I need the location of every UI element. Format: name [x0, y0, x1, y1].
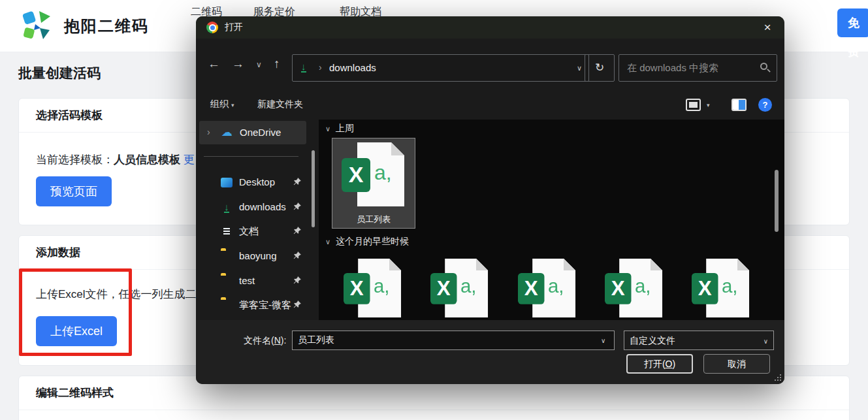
sidebar-item-zhangkebao[interactable]: 掌客宝-微客: [196, 295, 310, 315]
dialog-footer: 文件名(N): ∨ 自定义文件 ∨ 打开(O) 取消: [196, 320, 784, 384]
close-icon[interactable]: ×: [758, 19, 777, 36]
search-placeholder: 在 downloads 中搜索: [627, 62, 718, 74]
onedrive-cloud-icon: ☁: [221, 125, 233, 139]
group-header-earlier-this-month[interactable]: ∨这个月的早些时候: [325, 236, 409, 248]
brand-logo-icon: [20, 8, 54, 42]
search-input[interactable]: 在 downloads 中搜索: [619, 54, 777, 82]
sidebar-item-downloads[interactable]: ↓ downloads: [196, 197, 310, 217]
file-tile[interactable]: X a, 激活码列表: [593, 255, 677, 320]
file-list-scrollbar[interactable]: [775, 170, 779, 232]
collapse-chevron-icon: ∨: [325, 238, 330, 246]
sidebar-item-label: 文档: [239, 225, 259, 238]
dialog-sidebar: › ☁ OneDrive Desktop ↓ downloads 文档: [196, 120, 319, 320]
preview-page-button[interactable]: 预览页面: [36, 176, 112, 206]
view-mode-icon[interactable]: [686, 99, 701, 111]
pin-icon: [293, 202, 302, 211]
filename-input[interactable]: [292, 331, 615, 350]
expand-chevron-icon[interactable]: ›: [207, 127, 210, 137]
filename-label: 文件名(N):: [244, 335, 286, 347]
sidebar-item-test[interactable]: test: [196, 271, 310, 291]
sidebar-item-baoyung[interactable]: baoyung: [196, 246, 310, 266]
file-tile-selected[interactable]: X a, 员工列表: [332, 138, 415, 229]
dialog-content: › ☁ OneDrive Desktop ↓ downloads 文档: [196, 120, 784, 320]
back-icon[interactable]: ←: [208, 57, 220, 71]
sidebar-divider: [204, 156, 298, 157]
dialog-toolbar: 组织 ▾ 新建文件夹 ▾ ?: [196, 93, 784, 120]
group-label: 这个月的早些时候: [336, 236, 409, 246]
pin-icon: [293, 226, 302, 235]
downloads-location-icon: ↓: [301, 62, 306, 73]
file-tile[interactable]: X a, 激活码列表: [419, 255, 502, 320]
pin-icon: [293, 251, 302, 260]
help-button[interactable]: ?: [758, 98, 772, 112]
sidebar-item-onedrive[interactable]: › ☁ OneDrive: [199, 121, 306, 144]
new-folder-button[interactable]: 新建文件夹: [257, 99, 303, 110]
forward-icon[interactable]: →: [232, 57, 244, 71]
cancel-button[interactable]: 取消: [703, 354, 770, 374]
excel-file-icon: X a,: [342, 141, 407, 212]
excel-file-icon: X a,: [692, 257, 752, 320]
organize-caret-icon: ▾: [231, 102, 234, 108]
sidebar-item-label: downloads: [239, 201, 286, 212]
sidebar-item-desktop[interactable]: Desktop: [196, 172, 310, 192]
refresh-icon: ↻: [595, 61, 604, 74]
file-tile[interactable]: X a, b1725590037: [680, 255, 764, 320]
sidebar-item-label: 掌客宝-微客: [239, 299, 291, 312]
breadcrumb-location[interactable]: downloads: [329, 62, 376, 73]
refresh-button[interactable]: ↻: [585, 54, 615, 82]
file-tile[interactable]: X a, 激活码列表: [332, 255, 415, 320]
dialog-navigation-row: ← → ∨ ↑ ↓ › downloads ∨ ↻ 在 downloads 中搜…: [196, 39, 784, 93]
filetype-value: 自定义文件: [630, 335, 675, 347]
change-template-link[interactable]: 更: [184, 153, 195, 166]
group-header-last-week[interactable]: ∨上周: [325, 123, 354, 135]
file-open-dialog: 打开 × ← → ∨ ↑ ↓ › downloads ∨ ↻ 在 downloa…: [196, 16, 784, 384]
view-mode-caret-icon[interactable]: ▾: [707, 102, 710, 108]
filetype-dropdown-icon: ∨: [764, 338, 768, 345]
breadcrumb-separator: ›: [319, 62, 322, 73]
open-button[interactable]: 打开(O): [626, 354, 693, 374]
sidebar-scrollbar[interactable]: [312, 150, 315, 227]
excel-file-icon: X a,: [605, 257, 665, 320]
organize-label: 组织: [210, 99, 229, 109]
preview-pane-icon[interactable]: [731, 99, 747, 111]
history-dropdown-icon[interactable]: ∨: [256, 60, 262, 69]
chrome-icon: [206, 22, 218, 33]
dialog-title: 打开: [225, 22, 243, 33]
sidebar-item-documents[interactable]: 文档: [196, 221, 310, 241]
pin-icon: [293, 177, 302, 186]
collapse-chevron-icon: ∨: [325, 125, 330, 133]
sidebar-item-label: Desktop: [239, 176, 275, 187]
brand-title: 抱阳二维码: [64, 16, 149, 37]
sidebar-item-label: test: [239, 275, 255, 286]
filename-dropdown-icon[interactable]: ∨: [601, 337, 605, 344]
file-name: 员工列表: [332, 214, 415, 225]
pin-icon: [293, 276, 302, 285]
up-icon[interactable]: ↑: [274, 57, 280, 71]
current-template-label: 当前选择模板：: [36, 153, 114, 166]
resize-grip[interactable]: [775, 374, 781, 381]
free-register-button[interactable]: 免费: [837, 8, 868, 37]
current-template-value: 人员信息模板: [114, 153, 180, 166]
group-label: 上周: [336, 123, 354, 133]
sidebar-item-label: baoyung: [239, 250, 277, 261]
excel-file-icon: X a,: [344, 257, 404, 320]
file-tile[interactable]: X a, 激活码列表: [506, 255, 590, 320]
excel-file-icon: X a,: [518, 257, 578, 320]
filetype-select[interactable]: 自定义文件 ∨: [624, 331, 774, 350]
desktop-icon: [221, 178, 233, 187]
onedrive-label: OneDrive: [240, 127, 281, 138]
excel-file-icon: X a,: [430, 257, 490, 320]
downloads-icon: ↓: [221, 201, 233, 213]
annotation-red-box: [19, 268, 132, 356]
organize-menu[interactable]: 组织 ▾: [210, 99, 234, 110]
address-dropdown-icon[interactable]: ∨: [577, 64, 582, 73]
page-title: 批量创建活码: [18, 64, 101, 82]
file-list-area: ∨上周 X a, 员工列表 ∨这个月的早些时候 X a, 激活码列表: [319, 120, 784, 320]
pin-icon: [293, 300, 302, 309]
search-icon: [760, 63, 767, 70]
dialog-titlebar[interactable]: 打开 ×: [196, 16, 784, 39]
address-bar[interactable]: ↓ › downloads ∨: [292, 54, 589, 82]
